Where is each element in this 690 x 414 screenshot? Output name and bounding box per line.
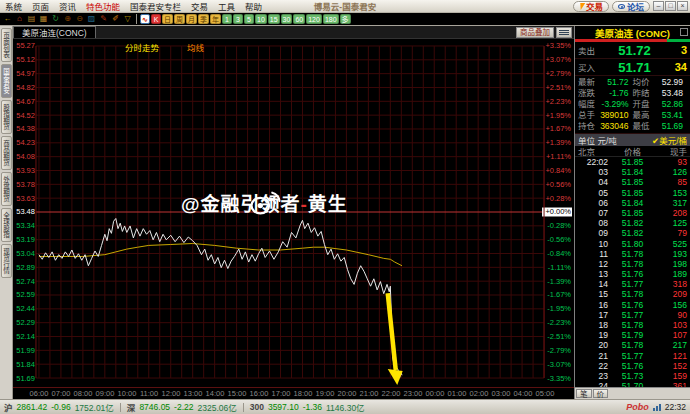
period-chip[interactable]: 月 — [186, 14, 197, 24]
zoom-out-icon[interactable]: ⊖ — [74, 14, 85, 25]
sidebar-tab[interactable]: 全球股指 — [1, 208, 12, 242]
y-price-label: 53.19 — [16, 235, 35, 244]
y-percent-label: +0.56% — [545, 180, 571, 189]
period-chip[interactable]: 15 — [268, 14, 280, 24]
chart-icon[interactable]: ▨ — [86, 14, 97, 25]
y-percent-label: -0.84% — [547, 249, 571, 258]
index-summary: 沪2861.42-0.961752.01亿深8746.05-2.222325.0… — [4, 401, 365, 413]
panel-maximize-icon[interactable] — [680, 28, 688, 36]
filter-icon[interactable]: ▽ — [122, 14, 133, 25]
x-tick-label: 06:00 — [30, 389, 49, 398]
close-button[interactable]: × — [677, 1, 688, 11]
period-chip[interactable]: K — [151, 14, 161, 24]
sidebar-tab[interactable]: 国泰君安 — [1, 64, 12, 98]
period-chip[interactable]: 多 — [340, 14, 351, 24]
menu-item[interactable]: 国泰君安专栏 — [125, 0, 186, 12]
y-percent-label: +3.07% — [545, 55, 571, 64]
pages-icon[interactable]: ▤ — [26, 14, 37, 25]
menu-item[interactable]: 页面 — [27, 0, 54, 12]
x-tick-label: 19:00 — [316, 389, 335, 398]
tick-tab[interactable]: 价 — [593, 389, 609, 398]
tick-list[interactable]: 22:0251.85930351.841260451.85850551.8515… — [575, 157, 690, 387]
legend-timeline: 分时走势 — [125, 41, 159, 53]
app-window: 博易云-国泰君安 系统页面资讯特色功能国泰君安专栏交易工具帮助 交易 论坛 – … — [0, 0, 690, 414]
y-percent-label: -0.28% — [547, 221, 571, 230]
x-tick-label: 09:00 — [96, 389, 115, 398]
lightning-icon — [578, 3, 586, 10]
y-percent-label: -1.95% — [547, 304, 571, 313]
brush-icon[interactable]: ✐ — [110, 14, 121, 25]
statusbar: 沪2861.42-0.961752.01亿深8746.05-2.222325.0… — [0, 399, 690, 414]
eye-icon — [618, 4, 625, 9]
sidebar-tab[interactable]: 现货行情 — [1, 244, 12, 278]
stat-value: 363046 — [600, 121, 633, 132]
period-chip[interactable]: 日 — [162, 14, 173, 24]
tab-instrument[interactable]: 美原油连(CONC) — [13, 26, 96, 38]
tick-row: 1451.77318 — [575, 279, 690, 289]
index-item: 深8746.05-2.222325.06亿 — [127, 401, 237, 413]
forum-button[interactable]: 论坛 — [612, 1, 650, 12]
sidebar-tab[interactable]: 股指期货 — [1, 100, 12, 134]
refresh-icon[interactable]: ↻ — [50, 14, 61, 25]
layout-icon[interactable] — [556, 27, 572, 38]
x-tick-label: 18:00 — [294, 389, 313, 398]
period-chip[interactable]: 5 — [244, 14, 254, 24]
x-tick-label: 07:00 — [52, 389, 71, 398]
period-chip[interactable]: 周 — [174, 14, 185, 24]
period-chip[interactable]: 30 — [281, 14, 293, 24]
weibo-eye-icon — [181, 189, 348, 216]
stat-label: 最高 — [633, 110, 655, 121]
maximize-button[interactable]: □ — [665, 1, 676, 11]
stat-value: 53.48 — [655, 88, 688, 99]
pobo-logo: Pobo — [626, 402, 649, 412]
menu-item[interactable]: 帮助 — [240, 0, 267, 12]
chart-canvas[interactable]: 55.27+3.35%55.12+3.07%54.97+2.79%54.82+2… — [13, 39, 574, 387]
menu-item[interactable]: 交易 — [186, 0, 213, 12]
menu-item[interactable]: 特色功能 — [81, 0, 125, 12]
y-price-label: 52.74 — [16, 277, 35, 286]
y-percent-label: -0.56% — [547, 235, 571, 244]
ask-row[interactable]: 卖出 51.72 3 — [575, 42, 690, 59]
menu-item[interactable]: 工具 — [213, 0, 240, 12]
trade-button[interactable]: 交易 — [573, 1, 609, 12]
x-tick-label: 22:00 — [382, 389, 401, 398]
period-chip[interactable]: 180 — [323, 14, 339, 24]
overlay-button[interactable]: 商品叠加 — [516, 27, 554, 38]
minimize-button[interactable]: – — [653, 1, 664, 11]
menu-item[interactable]: 系统 — [0, 0, 27, 12]
tick-row: 1051.80525 — [575, 239, 690, 249]
stat-label: 开盘 — [633, 99, 655, 110]
card-icon[interactable]: ▦ — [38, 14, 49, 25]
tick-row: 1551.78209 — [575, 289, 690, 299]
bid-row[interactable]: 买入 51.71 34 — [575, 59, 690, 76]
timeline-chart-icon[interactable]: ∿ — [140, 14, 150, 24]
stat-value: 52.99 — [655, 77, 688, 88]
stat-label: 昨结 — [633, 88, 655, 99]
menu-item[interactable]: 资讯 — [54, 0, 81, 12]
stat-label: 持仓 — [578, 121, 600, 132]
sidebar-tab[interactable]: 商品期货 — [1, 136, 12, 170]
edit-icon[interactable]: ✎ — [98, 14, 109, 25]
back-icon[interactable]: ← — [2, 14, 13, 25]
period-chip[interactable]: 1 — [222, 14, 232, 24]
period-chip[interactable]: 120 — [306, 14, 322, 24]
sidebar-tab[interactable]: 页面列表 — [1, 28, 12, 62]
tick-row: 2051.78217 — [575, 340, 690, 350]
stat-label: 均价 — [633, 77, 655, 88]
index-item: 3003597.10-1.361146.30亿 — [250, 401, 365, 413]
y-price-label: 53.48 — [16, 207, 35, 216]
period-chip[interactable]: 60 — [293, 14, 305, 24]
period-chip[interactable]: 10 — [255, 14, 267, 24]
tick-row: 0751.85208 — [575, 208, 690, 218]
period-chip[interactable]: 年 — [210, 14, 221, 24]
sidebar-tab[interactable]: 外盘期货 — [1, 172, 12, 206]
index-item: 沪2861.42-0.961752.01亿 — [4, 401, 114, 413]
y-percent-label: +0.84% — [545, 166, 571, 175]
zoom-in-icon[interactable]: ⊕ — [62, 14, 73, 25]
home-icon[interactable]: ⌂ — [14, 14, 25, 25]
period-chip[interactable]: 季 — [198, 14, 209, 24]
tick-tab[interactable]: 笔 — [576, 389, 592, 398]
x-tick-label: 04:00 — [514, 389, 533, 398]
trade-button-label: 交易 — [586, 0, 603, 12]
period-chip[interactable]: 3 — [233, 14, 243, 24]
